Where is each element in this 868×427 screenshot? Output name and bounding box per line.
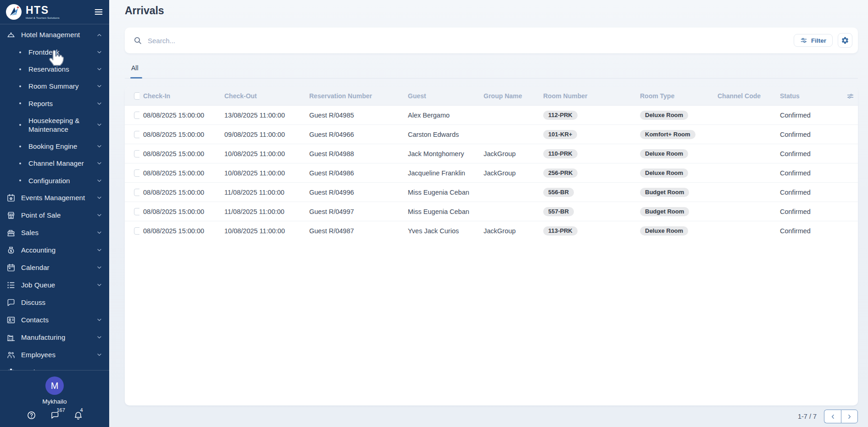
table-row[interactable]: 08/08/2025 15:00:0010/08/2025 11:00:00Gu…: [125, 163, 858, 183]
cell-status: Confirmed: [776, 221, 822, 241]
sidebar-item-calendar[interactable]: Calendar: [5, 259, 105, 276]
cell-check-out: 13/08/2025 11:00:00: [221, 106, 306, 125]
column-header-room-type[interactable]: Room Type: [636, 87, 714, 106]
chevron-down-icon: [96, 66, 103, 73]
cell-room-number: 110-PRK: [540, 144, 636, 163]
logo-title: HTS: [26, 5, 60, 16]
menu-icon[interactable]: [94, 7, 104, 17]
column-sliders-icon[interactable]: [846, 92, 854, 100]
help-icon[interactable]: [27, 410, 36, 420]
sidebar: HTS Hotel & Tourism Solutions Hotel Mana…: [0, 0, 109, 427]
column-header-channel-code[interactable]: Channel Code: [714, 87, 776, 106]
search-input[interactable]: [148, 37, 794, 45]
cell-guest: Miss Eugenia Ceban: [404, 202, 480, 221]
column-header-status[interactable]: Status: [776, 87, 822, 106]
cell-group-name: JackGroup: [480, 221, 540, 241]
cell-channel-code: [714, 221, 776, 241]
room-type-badge: Deluxe Room: [640, 226, 688, 236]
sidebar-item-manufacturing[interactable]: Manufacturing: [5, 329, 105, 346]
sidebar-item-hotel-management[interactable]: Hotel Management: [5, 26, 105, 44]
cell-channel-code: [714, 106, 776, 125]
room-number-badge: 256-PRK: [543, 169, 578, 178]
sidebar-item-sales[interactable]: Sales: [5, 224, 105, 242]
cell-check-in: 08/08/2025 15:00:00: [139, 106, 221, 125]
cell-reservation-number: Guest R/04987: [306, 221, 404, 241]
column-header-check-out[interactable]: Check-Out: [221, 87, 306, 106]
cell-status: Confirmed: [776, 125, 822, 144]
row-checkbox[interactable]: [134, 150, 139, 157]
chat-icon: [6, 298, 16, 307]
arrivals-table: Check-InCheck-OutReservation NumberGuest…: [125, 87, 858, 240]
sidebar-item-reservations[interactable]: Reservations: [5, 61, 105, 78]
column-header-group-name[interactable]: Group Name: [480, 87, 540, 106]
sidebar-item-channel-manager[interactable]: Channel Manager: [5, 155, 105, 172]
sidebar-item-events-management[interactable]: Events Management: [5, 189, 105, 207]
sidebar-item-booking-engine[interactable]: Booking Engine: [5, 138, 105, 155]
sidebar-item-label: Reports: [28, 99, 96, 108]
column-header-guest[interactable]: Guest: [404, 87, 480, 106]
sidebar-item-employees[interactable]: Employees: [5, 346, 105, 364]
sidebar-item-discuss[interactable]: Discuss: [5, 294, 105, 311]
row-checkbox[interactable]: [134, 131, 139, 138]
sidebar-item-accounting[interactable]: Accounting: [5, 242, 105, 259]
filter-button[interactable]: Filter: [794, 34, 833, 47]
sidebar-item-room-summary[interactable]: Room Summary: [5, 78, 105, 95]
column-header-check-in[interactable]: Check-In: [139, 87, 221, 106]
sidebar-item-label: Manufacturing: [21, 333, 96, 342]
chevron-down-icon: [96, 177, 103, 184]
prev-page-button[interactable]: [824, 410, 841, 423]
table-row[interactable]: 08/08/2025 15:00:0011/08/2025 11:00:00Gu…: [125, 183, 858, 202]
tab-all[interactable]: All: [125, 59, 145, 78]
view-settings-button[interactable]: [838, 33, 852, 48]
cell-guest: Yves Jack Curios: [404, 221, 480, 241]
next-page-button[interactable]: [841, 410, 858, 423]
cell-group-name: [480, 106, 540, 125]
sidebar-item-housekeeping-maintenance[interactable]: Housekeeping & Maintenance: [5, 112, 105, 138]
messages-icon[interactable]: 167: [50, 410, 60, 420]
table-row[interactable]: 08/08/2025 15:00:0010/08/2025 11:00:00Gu…: [125, 221, 858, 241]
table-row[interactable]: 08/08/2025 15:00:0010/08/2025 11:00:00Gu…: [125, 144, 858, 163]
cell-group-name: JackGroup: [480, 144, 540, 163]
sidebar-item-job-queue[interactable]: Job Queue: [5, 276, 105, 294]
row-checkbox[interactable]: [134, 112, 139, 119]
sidebar-item-point-of-sale[interactable]: Point of Sale: [5, 207, 105, 224]
row-checkbox[interactable]: [134, 189, 139, 196]
table-row[interactable]: 08/08/2025 15:00:0013/08/2025 11:00:00Gu…: [125, 106, 858, 125]
cell-group-name: [480, 202, 540, 221]
cell-status: Confirmed: [776, 106, 822, 125]
people-icon: [6, 350, 16, 360]
sidebar-item-frontdesk[interactable]: Frontdesk: [5, 44, 105, 61]
avatar[interactable]: M: [45, 376, 64, 395]
cell-reservation-number: Guest R/04997: [306, 202, 404, 221]
select-all-checkbox[interactable]: [134, 92, 139, 100]
room-number-badge: 113-PRK: [543, 226, 578, 236]
table-row[interactable]: 08/08/2025 15:00:0009/08/2025 11:00:00Gu…: [125, 125, 858, 144]
chevron-down-icon: [96, 264, 103, 271]
cell-room-number: 113-PRK: [540, 221, 636, 241]
sidebar-item-label: Booking Engine: [28, 142, 96, 151]
cell-status: Confirmed: [776, 144, 822, 163]
column-header-reservation-number[interactable]: Reservation Number: [306, 87, 404, 106]
row-checkbox[interactable]: [134, 208, 139, 215]
cloche-icon: [6, 30, 16, 39]
calendar-star-icon: [6, 193, 16, 202]
sidebar-item-label: Configuration: [28, 176, 96, 185]
cell-channel-code: [714, 202, 776, 221]
cell-check-out: 10/08/2025 11:00:00: [221, 221, 306, 241]
sidebar-item-contacts[interactable]: Contacts: [5, 311, 105, 329]
sidebar-item-reports[interactable]: Reports: [5, 95, 105, 112]
sidebar-item-label: Job Queue: [21, 281, 96, 289]
column-header-room-number[interactable]: Room Number: [540, 87, 636, 106]
cell-reservation-number: Guest R/04966: [306, 125, 404, 144]
notifications-icon[interactable]: 4: [73, 410, 83, 420]
chevron-down-icon: [96, 83, 103, 90]
sidebar-item-settings[interactable]: Settings: [5, 364, 105, 370]
row-checkbox[interactable]: [134, 169, 139, 177]
cell-room-type: Budget Room: [636, 183, 714, 202]
sidebar-item-configuration[interactable]: Configuration: [5, 172, 105, 189]
calendar-icon: [6, 263, 16, 272]
row-checkbox[interactable]: [134, 227, 139, 235]
table-row[interactable]: 08/08/2025 15:00:0011/08/2025 11:00:00Gu…: [125, 202, 858, 221]
cell-actions: [822, 221, 858, 241]
chevron-down-icon: [96, 334, 103, 341]
